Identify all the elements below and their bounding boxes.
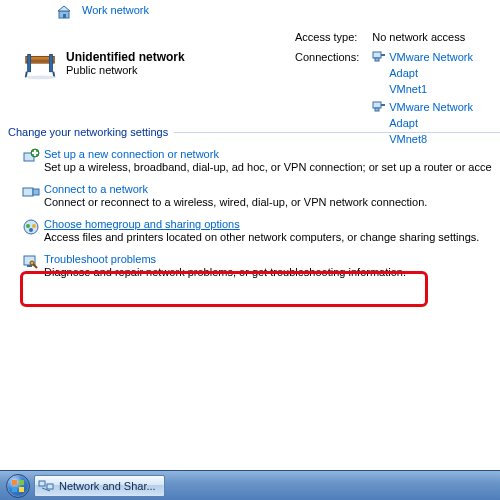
svg-line-7 [26,72,27,78]
svg-rect-11 [381,54,385,56]
svg-point-9 [26,75,56,79]
taskbar-button-label: Network and Shar... [59,480,156,492]
taskbar: Network and Shar... [0,470,500,500]
section-title: Change your networking settings [8,126,168,138]
svg-rect-2 [63,14,66,18]
network-house-icon [50,4,82,20]
adapter-icon [372,49,389,67]
taskbar-network-sharing-button[interactable]: Network and Shar... [34,475,165,497]
connect-to-network-desc: Connect or reconnect to a wireless, wire… [44,196,496,208]
svg-marker-1 [58,6,70,11]
bench-icon [22,50,66,80]
svg-rect-34 [47,484,53,489]
unidentified-network-subtitle: Public network [66,64,185,76]
connection-details: Access type: No network access Connectio… [292,26,500,150]
adapter-link-1[interactable]: VMware Network AdaptVMnet1 [389,51,473,95]
unidentified-network-title: Unidentified network [66,50,185,64]
svg-rect-30 [19,480,24,485]
svg-point-23 [26,224,30,228]
svg-rect-20 [23,188,33,196]
troubleshoot-desc: Diagnose and repair network problems, or… [44,266,496,278]
setup-connection-link[interactable]: Set up a new connection or network [44,148,219,160]
homegroup-icon [22,218,44,243]
start-button[interactable] [6,474,30,498]
svg-point-25 [29,228,33,232]
svg-rect-10 [373,52,381,58]
network-center-icon [38,478,54,494]
work-network-link[interactable]: Work network [82,4,149,16]
connect-network-icon [22,183,44,208]
new-connection-icon [22,148,44,173]
adapter-icon [372,99,389,117]
connections-label: Connections: [294,48,369,148]
svg-rect-6 [50,55,53,72]
svg-point-24 [32,224,36,228]
svg-rect-14 [381,104,385,106]
setup-connection-desc: Set up a wireless, broadband, dial-up, a… [44,161,496,173]
homegroup-sharing-desc: Access files and printers located on oth… [44,231,496,243]
svg-rect-12 [375,58,379,61]
svg-point-28 [30,261,34,265]
svg-rect-21 [33,189,39,195]
troubleshoot-icon [22,253,44,278]
access-type-value: No network access [371,28,498,46]
troubleshoot-link[interactable]: Troubleshoot problems [44,253,156,265]
svg-rect-33 [39,481,45,486]
svg-rect-13 [373,102,381,108]
adapter-link-2[interactable]: VMware Network AdaptVMnet8 [389,101,473,145]
svg-rect-32 [19,487,24,492]
svg-rect-19 [32,152,38,154]
svg-rect-15 [375,108,379,111]
svg-rect-31 [12,487,17,492]
svg-rect-29 [12,480,17,485]
svg-rect-5 [28,55,31,72]
homegroup-sharing-link[interactable]: Choose homegroup and sharing options [44,218,240,230]
connect-to-network-link[interactable]: Connect to a network [44,183,148,195]
access-type-label: Access type: [294,28,369,46]
